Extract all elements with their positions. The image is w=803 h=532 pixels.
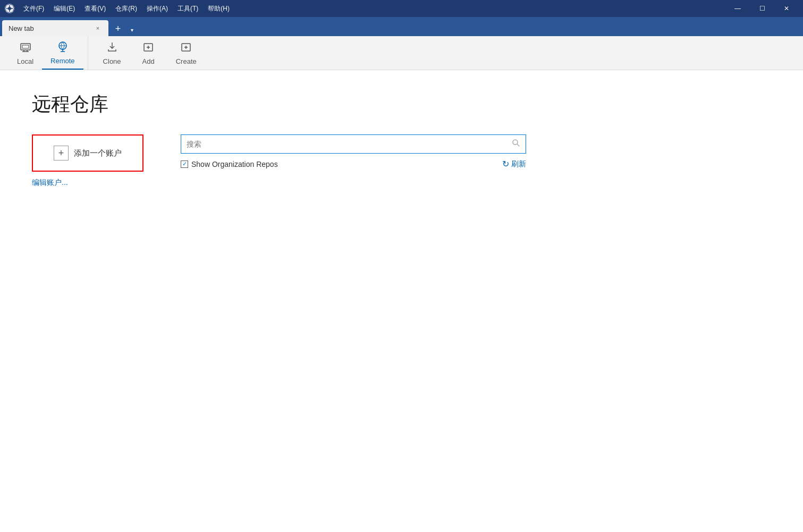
checkbox-check-icon: ✓: [182, 161, 187, 167]
titlebar-controls: — ☐ ✕: [725, 0, 799, 17]
toolbar: Local Remote: [0, 36, 803, 70]
remote-tab[interactable]: Remote: [42, 36, 83, 70]
menu-edit[interactable]: 编辑(E): [49, 3, 79, 15]
content-body: + 添加一个账户 编辑账户... ✓ S: [32, 134, 771, 188]
right-panel: ✓ Show Organization Repos ↻ 刷新: [181, 134, 526, 169]
show-org-row: ✓ Show Organization Repos ↻ 刷新: [181, 159, 526, 169]
remote-tab-label: Remote: [50, 57, 75, 65]
tab-close-button[interactable]: ×: [94, 24, 102, 32]
search-input[interactable]: [187, 140, 512, 148]
refresh-icon: ↻: [502, 159, 509, 169]
add-account-label: 添加一个账户: [74, 148, 122, 158]
create-icon: [180, 41, 192, 55]
close-button[interactable]: ✕: [774, 0, 799, 17]
remote-icon: [57, 40, 69, 55]
search-icon: [512, 139, 520, 149]
main-content: 远程仓库 + 添加一个账户 编辑账户...: [0, 70, 803, 532]
show-org-checkbox[interactable]: ✓: [181, 161, 188, 168]
app-icon: [4, 3, 15, 14]
titlebar-left: 文件(F) 编辑(E) 查看(V) 仓库(R) 操作(A) 工具(T) 帮助(H…: [4, 3, 234, 15]
add-icon: [142, 41, 154, 55]
minimize-button[interactable]: —: [725, 0, 750, 17]
plus-icon: +: [54, 146, 69, 161]
show-org-left: ✓ Show Organization Repos: [181, 160, 278, 168]
maximize-button[interactable]: ☐: [750, 0, 774, 17]
menu-action[interactable]: 操作(A): [142, 3, 172, 15]
add-label: Add: [142, 57, 155, 65]
edit-accounts-link[interactable]: 编辑账户...: [32, 178, 149, 188]
tab-title: New tab: [9, 24, 89, 32]
svg-line-15: [517, 144, 519, 146]
menu-help[interactable]: 帮助(H): [204, 3, 234, 15]
refresh-button[interactable]: ↻ 刷新: [502, 159, 526, 169]
local-tab-label: Local: [17, 57, 33, 65]
svg-rect-3: [22, 45, 29, 48]
add-account-button[interactable]: + 添加一个账户: [32, 134, 143, 172]
menu-bar: 文件(F) 编辑(E) 查看(V) 仓库(R) 操作(A) 工具(T) 帮助(H…: [19, 3, 234, 15]
new-tab-button[interactable]: +: [111, 21, 125, 36]
toolbar-actions: Clone Add Create: [92, 36, 207, 70]
search-box: [181, 134, 526, 154]
page-title: 远程仓库: [32, 91, 771, 117]
show-org-label: Show Organization Repos: [191, 160, 278, 168]
create-label: Create: [176, 57, 197, 65]
menu-view[interactable]: 查看(V): [80, 3, 110, 15]
add-button[interactable]: Add: [132, 36, 165, 70]
left-panel: + 添加一个账户 编辑账户...: [32, 134, 149, 188]
active-tab[interactable]: New tab ×: [2, 20, 108, 36]
menu-file[interactable]: 文件(F): [19, 3, 48, 15]
local-icon: [20, 41, 31, 55]
refresh-label: 刷新: [511, 159, 526, 169]
clone-icon: [106, 41, 118, 55]
create-button[interactable]: Create: [165, 36, 207, 70]
titlebar: 文件(F) 编辑(E) 查看(V) 仓库(R) 操作(A) 工具(T) 帮助(H…: [0, 0, 803, 17]
toolbar-navigation: Local Remote: [9, 36, 88, 70]
tabbar: New tab × + ▾: [0, 17, 803, 36]
menu-tools[interactable]: 工具(T): [173, 3, 202, 15]
clone-button[interactable]: Clone: [92, 36, 132, 70]
svg-point-1: [8, 7, 11, 10]
local-tab[interactable]: Local: [9, 36, 42, 70]
tab-dropdown-button[interactable]: ▾: [125, 23, 138, 36]
menu-repo[interactable]: 仓库(R): [111, 3, 141, 15]
clone-label: Clone: [103, 57, 121, 65]
